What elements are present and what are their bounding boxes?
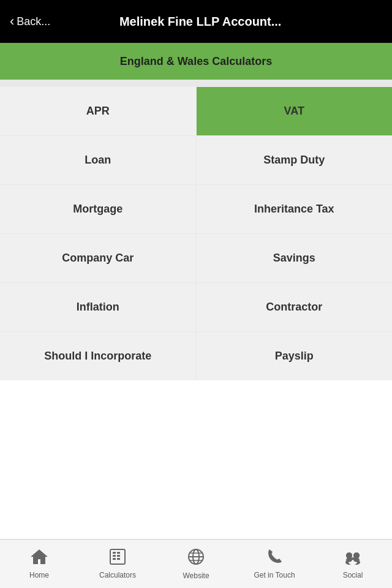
nav-website-label: Website [183,571,209,580]
grid-cell-left-3[interactable]: Company Car [0,234,196,282]
grid-cell-left-4[interactable]: Inflation [0,283,196,331]
grid-row-1: LoanStamp Duty [0,136,392,184]
home-icon [30,548,48,568]
nav-home-label: Home [29,571,49,579]
grid-cell-label-left-0: APR [86,105,110,118]
grid-cell-label-left-5: Should I Incorporate [44,350,151,363]
svg-rect-3 [113,555,116,557]
website-icon [187,548,205,569]
back-button[interactable]: ‹ Back... [10,13,50,29]
grid-cell-label-right-5: Payslip [275,350,314,363]
grid-cell-left-0[interactable]: APR [0,87,196,135]
grid-cell-left-1[interactable]: Loan [0,136,196,184]
grid-cell-right-0[interactable]: VAT [197,87,393,135]
top-divider [0,80,392,87]
svg-rect-2 [117,552,120,554]
calculator-grid: APRVATLoanStamp DutyMortgageInheritance … [0,87,392,380]
grid-cell-label-left-2: Mortgage [73,203,123,216]
grid-cell-label-left-4: Inflation [77,301,119,314]
grid-cell-right-3[interactable]: Savings [197,234,393,282]
section-banner: England & Wales Calculators [0,43,392,80]
grid-cell-label-right-3: Savings [273,252,315,265]
grid-cell-label-right-0: VAT [284,105,304,118]
calculators-icon [109,548,126,568]
nav-home[interactable]: Home [0,540,78,588]
nav-social[interactable]: Social [314,540,392,588]
nav-get-in-touch[interactable]: Get in Touch [235,540,314,588]
back-chevron-icon: ‹ [10,13,14,29]
back-label: Back... [17,15,50,28]
app-header: ‹ Back... Melinek Fine LLP Account... [0,0,392,43]
grid-cell-label-right-1: Stamp Duty [263,154,325,167]
svg-point-20 [346,558,352,562]
nav-calculators-label: Calculators [99,571,136,579]
grid-cell-left-5[interactable]: Should I Incorporate [0,332,196,380]
nav-social-label: Social [343,571,363,579]
banner-title: England & Wales Calculators [120,55,272,68]
grid-cell-label-right-4: Contractor [266,301,322,314]
social-icon [343,548,363,568]
svg-rect-6 [117,558,120,560]
grid-cell-right-4[interactable]: Contractor [197,283,393,331]
header-title: Melinek Fine LLP Account... [55,15,345,29]
nav-touch-label: Get in Touch [254,571,295,579]
nav-calculators[interactable]: Calculators [78,540,157,588]
grid-cell-right-5[interactable]: Payslip [197,332,393,380]
grid-cell-right-2[interactable]: Inheritance Tax [197,185,393,233]
grid-row-2: MortgageInheritance Tax [0,185,392,233]
nav-website[interactable]: Website [157,540,235,588]
grid-row-0: APRVAT [0,87,392,135]
grid-cell-label-right-2: Inheritance Tax [254,203,334,216]
grid-cell-left-2[interactable]: Mortgage [0,185,196,233]
svg-rect-4 [117,555,120,557]
grid-cell-label-left-3: Company Car [62,252,134,265]
grid-row-3: Company CarSavings [0,234,392,282]
grid-cell-label-left-1: Loan [85,154,111,167]
svg-rect-5 [113,558,116,560]
svg-point-21 [353,558,360,562]
phone-icon [266,548,283,568]
grid-cell-right-1[interactable]: Stamp Duty [197,136,393,184]
grid-row-4: InflationContractor [0,283,392,331]
svg-rect-1 [113,552,116,554]
grid-row-5: Should I IncorporatePayslip [0,332,392,380]
bottom-navigation: Home Calculators Website [0,539,392,588]
